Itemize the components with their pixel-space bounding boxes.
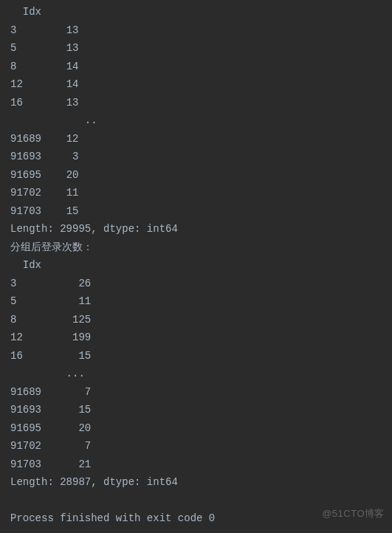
- row-val: 20: [66, 169, 79, 181]
- ellipsis-row: ..: [10, 111, 382, 130]
- table-row: 3 26: [10, 275, 382, 293]
- row-val: 15: [66, 205, 79, 217]
- table-row: 3 13: [10, 21, 382, 40]
- table-row: 91703 21: [10, 455, 382, 474]
- ellipsis-row: ...: [10, 365, 382, 383]
- row-val: 26: [66, 278, 92, 289]
- table-row: 12 199: [10, 329, 382, 347]
- row-idx: 12: [10, 78, 66, 90]
- table-row: 91695 20: [10, 166, 382, 185]
- row-idx: 8: [10, 314, 66, 326]
- row-val: 15: [66, 404, 92, 416]
- series-footer: Length: 29995, dtype: int64: [10, 220, 382, 238]
- row-idx: 91702: [10, 440, 66, 452]
- row-idx: 8: [10, 61, 66, 72]
- row-val: 20: [66, 422, 92, 434]
- row-idx: 12: [10, 331, 66, 343]
- row-idx: 16: [10, 97, 66, 109]
- row-val: 21: [66, 458, 92, 470]
- table-row: 91702 7: [10, 437, 382, 455]
- row-idx: 91693: [10, 404, 66, 416]
- row-val: 3: [66, 151, 79, 162]
- row-val: 13: [66, 42, 79, 54]
- row-val: 13: [66, 24, 79, 36]
- row-val: 14: [66, 61, 79, 72]
- row-idx: 91703: [10, 205, 66, 217]
- section-label: 分组后登录次数：: [10, 238, 382, 257]
- row-idx: 3: [10, 24, 66, 36]
- row-idx: 91689: [10, 133, 66, 145]
- row-idx: 91703: [10, 458, 66, 470]
- table-row: 91689 7: [10, 383, 382, 402]
- row-val: 199: [66, 331, 92, 343]
- row-val: 15: [66, 350, 92, 362]
- table-row: 12 14: [10, 75, 382, 94]
- table-row: 8 125: [10, 311, 382, 329]
- row-idx: 91695: [10, 422, 66, 434]
- row-val: 7: [66, 440, 92, 452]
- table-row: 5 13: [10, 39, 382, 58]
- row-val: 13: [66, 97, 79, 109]
- series-header: Idx: [10, 3, 382, 21]
- table-row: 8 14: [10, 58, 382, 76]
- row-idx: 16: [10, 350, 66, 362]
- row-val: 12: [66, 133, 79, 145]
- row-idx: 91695: [10, 169, 66, 181]
- row-idx: 91693: [10, 151, 66, 162]
- row-val: 14: [66, 78, 79, 90]
- table-row: 16 15: [10, 347, 382, 365]
- row-val: 11: [66, 187, 79, 199]
- row-idx: 5: [10, 42, 66, 54]
- table-row: 91689 12: [10, 130, 382, 148]
- series-header: Idx: [10, 256, 382, 275]
- row-idx: 3: [10, 278, 66, 289]
- table-row: 91695 20: [10, 419, 382, 438]
- table-row: 91703 15: [10, 202, 382, 221]
- row-val: 125: [66, 314, 92, 326]
- row-idx: 5: [10, 295, 66, 307]
- row-idx: 91689: [10, 386, 66, 398]
- table-row: 5 11: [10, 292, 382, 311]
- row-val: 11: [66, 295, 92, 307]
- table-row: 16 13: [10, 94, 382, 112]
- row-idx: 91702: [10, 187, 66, 199]
- console-output: Idx 3 13 5 13 8 14 12 14 16 13 .. 91689 …: [10, 3, 382, 528]
- watermark: @51CTO博客: [322, 506, 385, 523]
- table-row: 91693 3: [10, 148, 382, 166]
- row-val: 7: [66, 386, 92, 398]
- series-footer: Length: 28987, dtype: int64: [10, 473, 382, 492]
- table-row: 91693 15: [10, 401, 382, 419]
- table-row: 91702 11: [10, 184, 382, 202]
